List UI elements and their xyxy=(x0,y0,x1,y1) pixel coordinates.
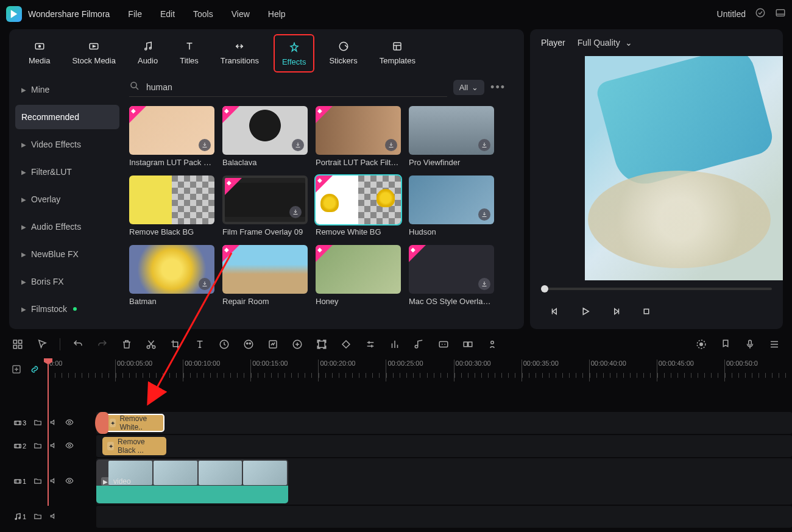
adjust-button[interactable] xyxy=(364,338,377,351)
sidebar-item-overlay[interactable]: ▶Overlay xyxy=(15,187,119,211)
clip-remove-white[interactable]: ✦ Remove White.. xyxy=(104,414,164,432)
download-icon[interactable] xyxy=(199,278,211,290)
search-input[interactable] xyxy=(146,82,447,92)
tab-stock-media[interactable]: Stock Media xyxy=(65,34,123,73)
crop-button[interactable] xyxy=(169,338,182,351)
link-tracks-icon[interactable] xyxy=(29,364,40,377)
render-button[interactable] xyxy=(695,338,708,351)
track-body[interactable] xyxy=(96,506,792,528)
tab-media[interactable]: Media xyxy=(21,34,57,73)
download-icon[interactable] xyxy=(199,139,211,151)
download-icon[interactable] xyxy=(478,208,490,221)
timeline-ruler[interactable]: 0:0000:00:05:0000:00:10:0000:00:15:0000:… xyxy=(48,360,792,381)
effects-grid[interactable]: Instagram LUT Pack Fil...BalaclavaPortra… xyxy=(122,103,518,329)
quality-dropdown[interactable]: Full Quality ⌄ xyxy=(578,38,632,48)
clip-start-handle[interactable] xyxy=(95,412,108,434)
tab-transitions[interactable]: Transitions xyxy=(213,34,266,73)
sidebar-item-filmstock[interactable]: ▶Filmstock xyxy=(15,297,119,321)
folder-icon[interactable] xyxy=(34,477,42,487)
text-button[interactable] xyxy=(193,338,207,351)
download-icon[interactable] xyxy=(289,206,302,218)
effect-thumbnail[interactable] xyxy=(409,176,494,224)
download-icon[interactable] xyxy=(478,139,490,151)
track-body[interactable]: ▶ video xyxy=(96,458,792,505)
effect-card[interactable]: Pro Viewfinder xyxy=(409,106,494,167)
color-button[interactable] xyxy=(242,338,255,351)
sidebar-item-newblue[interactable]: ▶NewBlue FX xyxy=(15,242,119,266)
tab-titles[interactable]: Titles xyxy=(172,34,206,73)
effect-thumbnail[interactable] xyxy=(222,176,308,224)
layout-grid-icon[interactable] xyxy=(11,338,24,351)
preview-viewport[interactable] xyxy=(585,56,783,280)
effect-thumbnail[interactable] xyxy=(129,245,214,294)
download-icon[interactable] xyxy=(385,139,397,151)
effect-card[interactable]: Instagram LUT Pack Fil... xyxy=(129,106,214,167)
undo-button[interactable] xyxy=(71,338,85,351)
play-button[interactable] xyxy=(579,305,592,318)
effect-card[interactable]: Film Frame Overlay 09 xyxy=(222,176,308,236)
sidebar-item-recommended[interactable]: Recommended xyxy=(15,105,119,129)
motion-button[interactable] xyxy=(486,338,499,351)
caption-button[interactable] xyxy=(437,338,450,351)
speedramp-button[interactable] xyxy=(291,338,304,351)
menu-help[interactable]: Help xyxy=(268,9,286,19)
mixer-panel-button[interactable] xyxy=(768,338,781,351)
cursor-tool-icon[interactable] xyxy=(35,338,49,351)
more-options-icon[interactable]: ••• xyxy=(490,81,506,94)
effect-card[interactable]: Remove Black BG xyxy=(129,176,214,236)
track-body[interactable]: ✦ Remove White.. xyxy=(96,412,792,434)
effect-thumbnail[interactable] xyxy=(129,106,214,155)
visibility-icon[interactable] xyxy=(65,418,74,428)
speed-button[interactable] xyxy=(217,338,231,351)
effect-thumbnail[interactable] xyxy=(316,176,401,224)
redo-button[interactable] xyxy=(96,338,109,351)
mute-icon[interactable] xyxy=(49,512,58,522)
menu-file[interactable]: File xyxy=(128,9,142,19)
marker-button[interactable] xyxy=(719,338,732,351)
folder-icon[interactable] xyxy=(34,441,42,452)
effect-thumbnail[interactable] xyxy=(129,176,214,224)
sidebar-item-video-effects[interactable]: ▶Video Effects xyxy=(15,132,119,157)
add-track-icon[interactable] xyxy=(11,364,22,377)
delete-button[interactable] xyxy=(120,338,133,351)
tab-stickers[interactable]: Stickers xyxy=(322,34,364,73)
effect-card[interactable]: Hudson xyxy=(409,176,494,236)
sidebar-item-filter-lut[interactable]: ▶Filter&LUT xyxy=(15,160,119,184)
menu-tools[interactable]: Tools xyxy=(193,9,213,19)
tab-effects[interactable]: Effects xyxy=(274,34,315,73)
greenscreen-button[interactable] xyxy=(266,338,280,351)
menu-view[interactable]: View xyxy=(232,9,250,19)
filter-dropdown[interactable]: All ⌄ xyxy=(453,80,484,95)
folder-icon[interactable] xyxy=(34,512,42,522)
effect-card[interactable]: Batman xyxy=(129,245,214,306)
effect-thumbnail[interactable] xyxy=(409,245,494,294)
audio-mixer-button[interactable] xyxy=(388,338,401,351)
scrubber-handle[interactable] xyxy=(541,285,548,293)
effect-card[interactable]: Repair Room xyxy=(222,245,308,306)
effect-thumbnail[interactable] xyxy=(222,106,308,155)
effect-card[interactable]: Portrait LUT Pack Filter... xyxy=(316,106,401,167)
playhead[interactable] xyxy=(48,360,49,506)
effect-card[interactable]: Balaclava xyxy=(222,106,308,167)
tab-audio[interactable]: Audio xyxy=(130,34,165,73)
effect-card[interactable]: Mac OS Style Overlays... xyxy=(409,245,494,306)
mute-icon[interactable] xyxy=(49,441,58,452)
menu-edit[interactable]: Edit xyxy=(160,9,175,19)
player-scrubber[interactable] xyxy=(541,288,772,290)
autoframe-button[interactable] xyxy=(315,338,328,351)
download-icon[interactable] xyxy=(478,278,490,290)
split-button[interactable] xyxy=(461,338,475,351)
tab-templates[interactable]: Templates xyxy=(372,34,423,73)
download-icon[interactable] xyxy=(292,139,304,151)
detach-audio-button[interactable] xyxy=(412,338,426,351)
effect-card[interactable]: Remove White BG xyxy=(316,176,401,236)
mute-icon[interactable] xyxy=(49,418,58,428)
clip-remove-black[interactable]: ✦ Remove Black ... xyxy=(102,437,166,455)
effect-card[interactable]: Honey xyxy=(316,245,401,306)
effect-thumbnail[interactable] xyxy=(409,106,494,155)
effect-thumbnail[interactable] xyxy=(222,245,308,294)
sidebar-item-mine[interactable]: ▶Mine xyxy=(15,77,119,102)
stop-button[interactable] xyxy=(640,305,653,318)
voiceover-button[interactable] xyxy=(743,338,757,351)
keyframe-button[interactable] xyxy=(339,338,353,351)
